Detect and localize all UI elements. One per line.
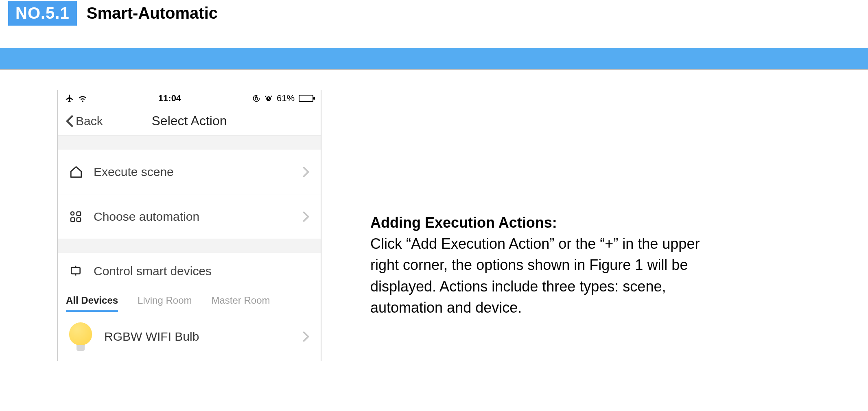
horizontal-divider-bar: [0, 48, 868, 70]
orientation-lock-icon: [252, 94, 260, 102]
row-label: Execute scene: [94, 165, 303, 179]
description-body: Click “Add Execution Action” or the “+” …: [370, 235, 700, 316]
wifi-icon: [78, 94, 87, 103]
grid-icon: [69, 210, 87, 223]
battery-icon: [299, 95, 313, 102]
navigation-bar: Back Select Action: [58, 107, 321, 136]
status-time: 11:04: [158, 93, 181, 104]
back-label: Back: [76, 114, 103, 128]
document-header: NO.5.1 Smart-Automatic: [8, 0, 218, 26]
tab-master-room[interactable]: Master Room: [211, 295, 270, 312]
chevron-right-icon: [303, 211, 309, 222]
section-gap: [58, 239, 321, 253]
description-heading: Adding Execution Actions:: [370, 214, 557, 231]
section-number-badge: NO.5.1: [8, 1, 77, 26]
phone-screenshot: 11:04 61% Back Select Action: [57, 90, 321, 361]
svg-rect-3: [77, 212, 81, 215]
row-execute-scene[interactable]: Execute scene: [58, 150, 321, 194]
bulb-icon: [69, 322, 92, 351]
chevron-left-icon: [66, 115, 73, 127]
tab-living-room[interactable]: Living Room: [138, 295, 192, 312]
status-bar: 11:04 61%: [58, 90, 321, 107]
back-button[interactable]: Back: [66, 114, 103, 128]
device-icon: [69, 265, 87, 278]
section-label: Control smart devices: [94, 264, 309, 278]
section-control-smart-devices: Control smart devices: [58, 253, 321, 289]
battery-percent: 61%: [277, 93, 295, 104]
row-choose-automation[interactable]: Choose automation: [58, 194, 321, 239]
chevron-right-icon: [303, 166, 309, 178]
device-row-rgbw-bulb[interactable]: RGBW WIFI Bulb: [58, 312, 321, 361]
svg-rect-6: [71, 267, 80, 274]
home-icon: [69, 165, 87, 179]
chevron-right-icon: [303, 331, 309, 342]
device-filter-tabs: All Devices Living Room Master Room: [58, 289, 321, 312]
svg-point-2: [71, 212, 74, 215]
device-label: RGBW WIFI Bulb: [104, 330, 303, 344]
airplane-mode-icon: [65, 94, 74, 103]
description-text: Adding Execution Actions: Click “Add Exe…: [370, 90, 728, 318]
svg-rect-0: [255, 98, 257, 100]
tab-all-devices[interactable]: All Devices: [66, 295, 118, 312]
svg-rect-5: [77, 217, 81, 221]
section-title: Smart-Automatic: [87, 4, 218, 22]
section-gap: [58, 136, 321, 150]
alarm-icon: [265, 94, 273, 102]
row-label: Choose automation: [94, 210, 303, 224]
svg-rect-4: [71, 217, 74, 221]
